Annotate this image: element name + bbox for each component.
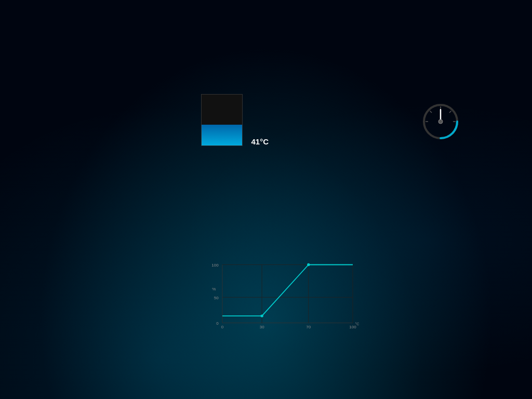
svg-point-21 (438, 119, 443, 124)
svg-line-23 (430, 111, 432, 113)
svg-text:70: 70 (306, 325, 311, 329)
fan-chart-svg: 100 50 0 % 0 30 70 100 °C (193, 262, 373, 330)
svg-point-17 (307, 263, 310, 266)
svg-text:0: 0 (221, 325, 224, 329)
chart-container: 100 50 0 % 0 30 70 100 °C (193, 262, 373, 356)
svg-text:100: 100 (211, 263, 219, 268)
svg-text:°C: °C (355, 322, 359, 326)
svg-text:50: 50 (214, 296, 219, 300)
cpu-temp-value: 41°C (251, 137, 269, 146)
svg-text:0: 0 (216, 321, 219, 326)
temp-bar-fill (202, 125, 242, 145)
ez-dial[interactable] (422, 103, 459, 140)
svg-text:%: % (212, 287, 216, 291)
svg-line-25 (449, 111, 451, 113)
svg-point-16 (260, 314, 263, 317)
svg-text:30: 30 (260, 325, 264, 329)
temp-bar (201, 94, 243, 146)
